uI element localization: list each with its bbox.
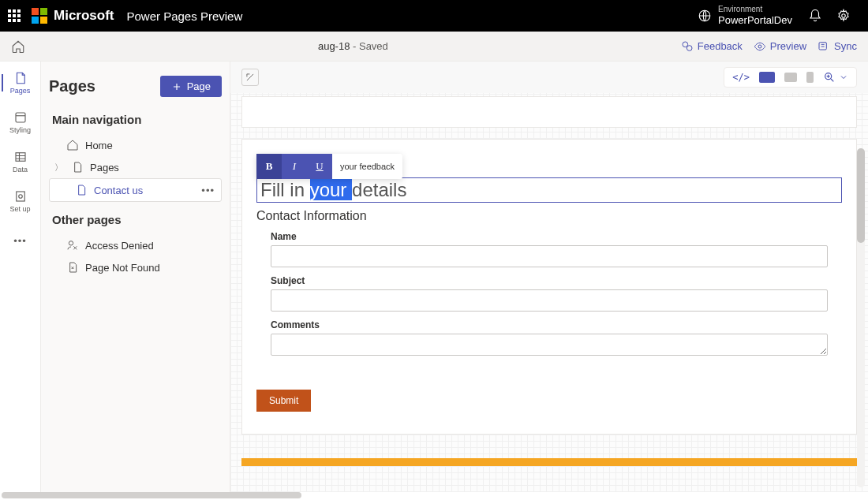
bold-button[interactable]: B [256,154,282,179]
app-launcher-icon[interactable] [8,9,21,22]
code-view-icon[interactable]: </> [732,72,750,83]
horizontal-scrollbar[interactable] [2,492,301,498]
svg-rect-8 [16,192,24,201]
heading-pre: Fill in [260,179,310,200]
status-toolbar: aug-18 - Saved Feedback Preview Sync [0,32,868,62]
rail-data[interactable]: Data [2,145,39,178]
microsoft-text: Microsoft [54,8,114,24]
subject-label: Subject [271,275,828,286]
nav-rail: Pages Styling Data Set up ••• [0,62,41,492]
subheading: Contact Information [256,209,842,223]
rail-pages[interactable]: Pages [2,66,39,99]
canvas-vertical-scrollbar[interactable] [857,148,865,487]
comments-label: Comments [271,319,828,330]
sync-action[interactable]: Sync [817,40,857,53]
home-breadcrumb-icon[interactable] [11,39,25,54]
save-label: - Saved [350,40,387,52]
canvas-viewport[interactable]: B I U your feedback Fill in your details… [230,93,868,492]
nav-pages[interactable]: 〉 Pages [49,156,222,178]
canvas-area: </> B I U your feedback [230,62,868,492]
environment-picker[interactable]: Environment PowerPortalDev [698,5,792,27]
svg-rect-5 [819,42,826,49]
nav-item-more-icon[interactable]: ••• [201,185,215,196]
bell-icon[interactable] [808,9,822,23]
nav-contact-us[interactable]: Contact us ••• [49,178,222,202]
rail-pages-label: Pages [10,87,31,95]
ellipsis-icon: ••• [13,235,27,247]
tablet-viewport-icon[interactable] [784,73,797,82]
zoom-control[interactable] [823,71,848,84]
mobile-viewport-icon[interactable] [806,72,814,83]
name-label: Name [271,231,828,242]
italic-button[interactable]: I [282,154,307,179]
chevron-right-icon: 〉 [52,162,65,174]
rail-data-label: Data [13,166,28,174]
feedback-action[interactable]: Feedback [681,40,743,53]
rail-more[interactable]: ••• [2,224,39,257]
svg-point-4 [758,45,761,48]
add-page-label: Page [187,80,211,92]
product-title: Power Pages Preview [127,9,243,23]
format-context-text: your feedback [332,162,402,171]
svg-point-10 [69,241,73,245]
nav-denied-label: Access Denied [85,240,154,252]
pages-sidebar: Pages Page Main navigation Home 〉 Pages … [41,62,230,492]
form-section-block[interactable]: B I U your feedback Fill in your details… [241,139,857,435]
footer-section-block[interactable] [241,458,857,466]
microsoft-logo: Microsoft [32,8,114,24]
preview-label: Preview [770,40,806,52]
nav-pages-label: Pages [90,162,119,174]
svg-rect-7 [16,153,25,162]
nav-home-label: Home [85,140,113,151]
desktop-viewport-icon[interactable] [759,72,775,83]
other-pages-heading: Other pages [52,213,219,226]
add-page-button[interactable]: Page [160,76,222,97]
sidebar-title: Pages [49,77,95,95]
name-input[interactable] [271,245,828,267]
rail-styling-label: Styling [9,126,31,134]
heading-post: details [352,179,406,200]
nav-contact-label: Contact us [94,185,143,196]
main-nav-heading: Main navigation [52,113,219,126]
heading-selection: your [310,179,352,200]
feedback-label: Feedback [698,40,743,52]
gear-icon[interactable] [836,9,851,23]
svg-point-3 [687,45,692,50]
top-bar: Microsoft Power Pages Preview Environmen… [0,0,868,32]
canvas-toolbar: </> [230,62,868,93]
microsoft-squares-icon [32,8,47,24]
comments-input[interactable] [271,334,828,356]
nav-access-denied[interactable]: Access Denied [49,234,222,256]
save-status: aug-18 - Saved [25,40,681,52]
vertical-scroll-thumb[interactable] [857,148,865,243]
svg-point-9 [18,195,22,199]
submit-button[interactable]: Submit [256,390,311,412]
underline-button[interactable]: U [307,154,332,179]
nav-notfound-label: Page Not Found [85,262,160,274]
nav-page-not-found[interactable]: Page Not Found [49,256,222,278]
environment-label: Environment [718,5,792,14]
doc-name: aug-18 [318,40,350,52]
top-section-block[interactable] [241,96,857,128]
rail-setup-label: Set up [9,205,30,213]
main-layout: Pages Styling Data Set up ••• Pages Page… [0,62,868,492]
rail-styling[interactable]: Styling [2,106,39,139]
heading-editable[interactable]: Fill in your details [256,177,842,203]
svg-point-1 [842,14,846,18]
viewport-tools: </> [724,67,857,88]
environment-name: PowerPortalDev [718,14,792,27]
sync-label: Sync [834,40,857,52]
text-format-toolbar: B I U your feedback [256,154,402,179]
subject-input[interactable] [271,289,828,312]
expand-arrow-button[interactable] [241,69,259,86]
preview-action[interactable]: Preview [754,40,806,53]
rail-setup[interactable]: Set up [2,185,39,218]
svg-rect-6 [16,113,25,122]
nav-home[interactable]: Home [49,134,222,156]
